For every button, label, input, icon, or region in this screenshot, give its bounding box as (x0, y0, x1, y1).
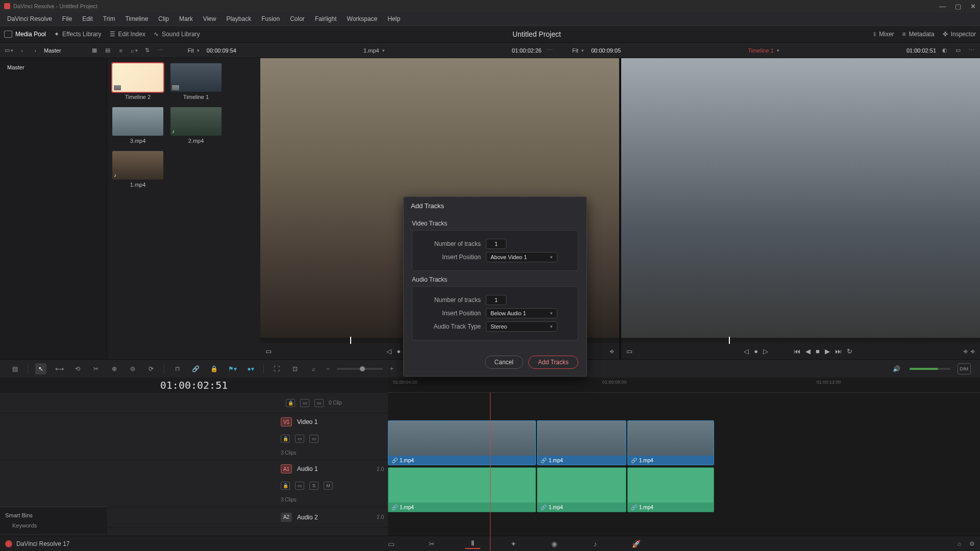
clip-1mp4[interactable]: ♪ 1.mp4 (112, 151, 163, 188)
view-thumb-grid-icon[interactable]: ▤ (103, 46, 112, 55)
blade-tool[interactable]: ✂ (90, 363, 102, 374)
prev-frame-icon[interactable]: ◀ (805, 347, 811, 355)
panel-edit-index[interactable]: ☰Edit Index (110, 31, 145, 38)
jog-dot-icon[interactable]: ● (397, 347, 401, 355)
minimize-button[interactable]: — (939, 3, 946, 10)
view-thumb-large-icon[interactable]: ▦ (90, 46, 99, 55)
menu-color[interactable]: Color (286, 13, 309, 24)
match-frame-icon[interactable]: ▭ (265, 347, 272, 355)
mute-button[interactable]: M (324, 482, 333, 490)
auto-select-icon[interactable]: ▭ (295, 435, 304, 443)
panel-effects-library[interactable]: ✦Effects Library (54, 31, 101, 38)
disable-icon[interactable]: ▭ (314, 399, 324, 407)
menu-playback[interactable]: Playback (222, 13, 255, 24)
timeline-name-dropdown[interactable]: Timeline 1 (745, 46, 782, 55)
jog-dot-icon[interactable]: ● (754, 347, 758, 355)
video-clip[interactable]: 🔗1.mp4 (537, 420, 626, 465)
zoom-custom-icon[interactable]: ⌕ (308, 363, 319, 374)
source-options-icon[interactable]: ⋯ (546, 46, 555, 55)
panel-inspector[interactable]: ✜Inspector (943, 31, 976, 38)
maximize-button[interactable]: ▢ (955, 3, 961, 10)
loop-icon[interactable]: ↻ (847, 347, 852, 355)
menu-fusion[interactable]: Fusion (257, 13, 284, 24)
scrub-marker[interactable] (729, 337, 730, 344)
auto-select-icon[interactable]: ▭ (300, 399, 309, 407)
sort-icon[interactable]: ⇅ (143, 46, 152, 55)
audio-insert-position-select[interactable]: Below Audio 1 (486, 308, 557, 318)
audio-clip[interactable]: 🔗1.mp4 (627, 467, 714, 512)
timeline-zoom-dropdown[interactable]: Fit (569, 46, 587, 55)
trim-tool[interactable]: ⟷ (54, 363, 65, 374)
page-fairlight[interactable]: ♪ (587, 539, 603, 549)
link-icon[interactable]: 🔗 (190, 363, 201, 374)
menu-view[interactable]: View (199, 13, 220, 24)
timeline-options-icon[interactable]: ⋯ (967, 46, 976, 55)
smart-bin-keywords[interactable]: Keywords (5, 520, 102, 531)
single-viewer-icon[interactable]: ▭ (953, 46, 963, 55)
clip-2mp4[interactable]: ♪ 2.mp4 (170, 107, 222, 144)
jog-back-icon[interactable]: ◁ (386, 347, 391, 355)
menu-clip[interactable]: Clip (154, 13, 173, 24)
page-edit[interactable]: ⫴ (465, 539, 480, 549)
source-clip-name[interactable]: 1.mp4 (360, 46, 388, 55)
out-point-icon[interactable]: ⎆ (971, 347, 975, 355)
timeline-scrubber[interactable] (621, 338, 980, 343)
in-point-icon[interactable]: ⎆ (610, 347, 614, 355)
zoom-plus[interactable]: + (390, 365, 394, 372)
page-deliver[interactable]: 🚀 (628, 539, 644, 549)
zoom-full-icon[interactable]: ⛶ (271, 363, 282, 374)
timeline-viewer-image[interactable] (621, 58, 980, 338)
first-frame-icon[interactable]: ⏮ (794, 347, 800, 355)
pool-view-dropdown[interactable]: ▭ (4, 46, 13, 55)
panel-metadata[interactable]: ≡Metadata (902, 31, 935, 38)
close-button[interactable]: ✕ (970, 3, 976, 10)
audio-track-type-select[interactable]: Stereo (486, 321, 557, 332)
nav-fwd[interactable]: › (31, 46, 40, 55)
menu-timeline[interactable]: Timeline (121, 13, 152, 24)
overwrite-tool[interactable]: ⊖ (127, 363, 138, 374)
page-cut[interactable]: ✂ (424, 539, 439, 549)
track-badge-v1[interactable]: V1 (281, 417, 292, 427)
replace-tool[interactable]: ⟳ (145, 363, 157, 374)
volume-slider[interactable] (910, 368, 950, 370)
track-header-v2[interactable]: 🔒 ▭ ▭ 0 Clip (0, 393, 388, 413)
playhead[interactable] (490, 393, 491, 551)
timeline-content[interactable]: 🔗1.mp4 🔗1.mp4 🔗1.mp4 🔗1.mp4 🔗1.mp4 🔗1.mp… (388, 393, 980, 551)
track-header-v1[interactable]: V1 Video 1 🔒 ▭ ▭ 3 Clips (0, 413, 388, 460)
bin-master[interactable]: Master (4, 62, 103, 72)
marker-icon[interactable]: ●▾ (245, 363, 256, 374)
zoom-minus[interactable]: − (326, 365, 330, 372)
insert-tool[interactable]: ⊕ (109, 363, 120, 374)
menu-fairlight[interactable]: Fairlight (311, 13, 341, 24)
dim-button[interactable]: DIM (958, 363, 971, 374)
volume-icon[interactable]: 🔊 (891, 363, 902, 374)
timeline-timecode[interactable]: 01:00:02:51 (0, 378, 388, 393)
snap-icon[interactable]: ⊓ (172, 363, 183, 374)
audio-clip[interactable]: 🔗1.mp4 (537, 467, 626, 512)
video-clip[interactable]: 🔗1.mp4 (627, 420, 714, 465)
panel-media-pool[interactable]: Media Pool (4, 31, 46, 38)
page-color[interactable]: ◉ (547, 539, 562, 549)
flag-icon[interactable]: ⚑▾ (227, 363, 238, 374)
lock-icon[interactable]: 🔒 (208, 363, 219, 374)
selection-tool[interactable]: ↖ (35, 363, 46, 374)
lock-icon[interactable]: 🔒 (281, 482, 290, 490)
media-pool[interactable]: Timeline 2 Timeline 1 3.mp4 ♪ 2.mp4 ♪ 1.… (107, 58, 260, 359)
video-track-count-input[interactable] (486, 239, 506, 249)
page-media[interactable]: ▭ (383, 539, 399, 549)
clip-3mp4[interactable]: 3.mp4 (112, 107, 163, 144)
clip-timeline-1[interactable]: Timeline 1 (170, 63, 222, 100)
project-settings-icon[interactable]: ⚙ (969, 540, 975, 547)
home-icon[interactable]: ⌂ (958, 540, 961, 547)
disable-icon[interactable]: ▭ (309, 435, 318, 443)
panel-sound-library[interactable]: ∿Sound Library (154, 31, 200, 38)
menu-davinci-resolve[interactable]: DaVinci Resolve (3, 13, 56, 24)
source-zoom-dropdown[interactable]: Fit (185, 46, 203, 55)
jog-fwd-icon[interactable]: ▷ (763, 347, 768, 355)
play-icon[interactable]: ▶ (825, 347, 830, 355)
zoom-detail-icon[interactable]: ⊡ (289, 363, 301, 374)
clip-timeline-2[interactable]: Timeline 2 (112, 63, 163, 100)
jog-back-icon[interactable]: ◁ (744, 347, 749, 355)
options-icon[interactable]: ⋯ (156, 46, 165, 55)
lock-icon[interactable]: 🔒 (281, 435, 290, 443)
